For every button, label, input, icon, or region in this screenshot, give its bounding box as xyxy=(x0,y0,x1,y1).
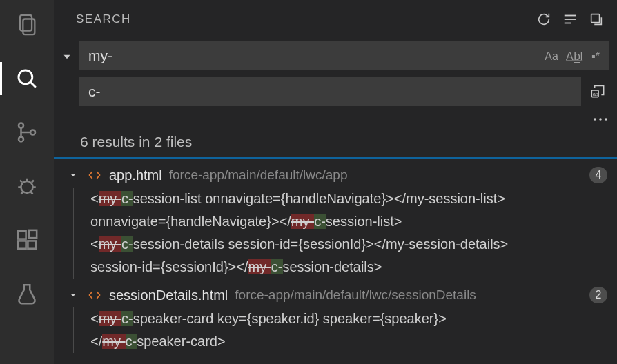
svg-text:ab: ab xyxy=(593,92,598,97)
search-options: Aa Ab̲l ▪* xyxy=(544,50,603,63)
activity-search[interactable] xyxy=(14,66,39,91)
svg-rect-10 xyxy=(28,241,35,248)
svg-point-4 xyxy=(19,123,23,128)
whole-word-icon[interactable]: Ab̲l xyxy=(566,50,581,63)
match-removed: my- xyxy=(99,311,121,326)
results-summary: 6 results in 2 files xyxy=(54,127,617,159)
svg-point-5 xyxy=(19,136,23,141)
svg-rect-0 xyxy=(20,15,32,31)
svg-line-3 xyxy=(30,82,36,88)
activity-scm[interactable] xyxy=(14,120,39,145)
file-group: app.html force-app/main/default/lwc/app4… xyxy=(54,159,617,279)
match-removed: my- xyxy=(102,334,125,349)
more-icon[interactable] xyxy=(592,113,609,125)
svg-rect-1 xyxy=(23,19,35,35)
replace-input[interactable] xyxy=(79,77,581,106)
search-form: Aa Ab̲l ▪* ab xyxy=(54,39,617,127)
activity-bar xyxy=(0,0,54,364)
search-panel: SEARCH Aa Ab̲l ▪* xyxy=(54,0,617,364)
svg-rect-8 xyxy=(18,231,26,239)
match-added: c- xyxy=(121,236,133,252)
list-icon[interactable] xyxy=(562,11,578,28)
match-case-icon[interactable]: Aa xyxy=(544,50,559,62)
file-header[interactable]: sessionDetails.html force-app/main/defau… xyxy=(54,283,617,307)
svg-point-6 xyxy=(30,130,35,134)
file-name: app.html xyxy=(109,168,162,183)
html-file-icon xyxy=(87,168,102,182)
file-group: sessionDetails.html force-app/main/defau… xyxy=(54,279,617,353)
regex-icon[interactable]: ▪* xyxy=(588,50,603,62)
svg-point-7 xyxy=(21,181,33,193)
match-added: c- xyxy=(271,259,283,274)
activity-explorer[interactable] xyxy=(14,12,39,37)
open-editor-icon[interactable] xyxy=(588,11,605,28)
match-removed: my- xyxy=(99,236,121,252)
refresh-icon[interactable] xyxy=(536,11,552,28)
activity-testing[interactable] xyxy=(14,281,39,306)
match-line[interactable]: session-id={sessionId}></my-c-session-de… xyxy=(74,256,617,279)
match-line[interactable]: <my-c-session-list onnavigate={handleNav… xyxy=(74,188,617,210)
activity-debug[interactable] xyxy=(14,174,39,199)
html-file-icon xyxy=(87,288,102,302)
match-added: c- xyxy=(126,334,137,349)
svg-point-2 xyxy=(19,70,32,84)
match-line[interactable]: </my-c-speaker-card> xyxy=(74,330,617,353)
match-removed: my- xyxy=(99,191,121,206)
replace-all-icon[interactable]: ab xyxy=(588,81,609,102)
panel-title: SEARCH xyxy=(76,12,526,26)
match-line[interactable]: <my-c-speaker-card key={speaker.id} spea… xyxy=(74,307,617,330)
file-header[interactable]: app.html force-app/main/default/lwc/app4 xyxy=(54,163,617,188)
match-count-badge: 2 xyxy=(589,287,607,303)
match-added: c- xyxy=(121,311,133,326)
toggle-replace-icon[interactable] xyxy=(58,43,76,72)
chevron-down-icon xyxy=(68,290,80,301)
svg-rect-15 xyxy=(591,14,600,23)
search-input[interactable] xyxy=(79,41,609,70)
match-added: c- xyxy=(121,191,133,206)
svg-point-19 xyxy=(599,118,602,121)
file-name: sessionDetails.html xyxy=(109,287,228,303)
panel-header: SEARCH xyxy=(54,0,617,39)
svg-point-18 xyxy=(594,118,596,121)
chevron-down-icon xyxy=(68,170,80,181)
match-added: c- xyxy=(314,214,326,229)
results-list: app.html force-app/main/default/lwc/app4… xyxy=(54,159,617,364)
match-line[interactable]: onnavigate={handleNavigate}></my-c-sessi… xyxy=(74,210,617,233)
match-count-badge: 4 xyxy=(589,167,607,183)
svg-rect-11 xyxy=(29,230,37,238)
match-line[interactable]: <my-c-session-details session-id={sessio… xyxy=(74,233,617,256)
file-path: force-app/main/default/lwc/sessionDetail… xyxy=(235,287,476,303)
svg-point-20 xyxy=(605,118,607,121)
match-removed: my- xyxy=(291,214,314,229)
match-removed: my- xyxy=(248,259,271,274)
svg-rect-9 xyxy=(18,241,26,248)
activity-extensions[interactable] xyxy=(14,228,39,252)
file-path: force-app/main/default/lwc/app xyxy=(169,168,348,183)
